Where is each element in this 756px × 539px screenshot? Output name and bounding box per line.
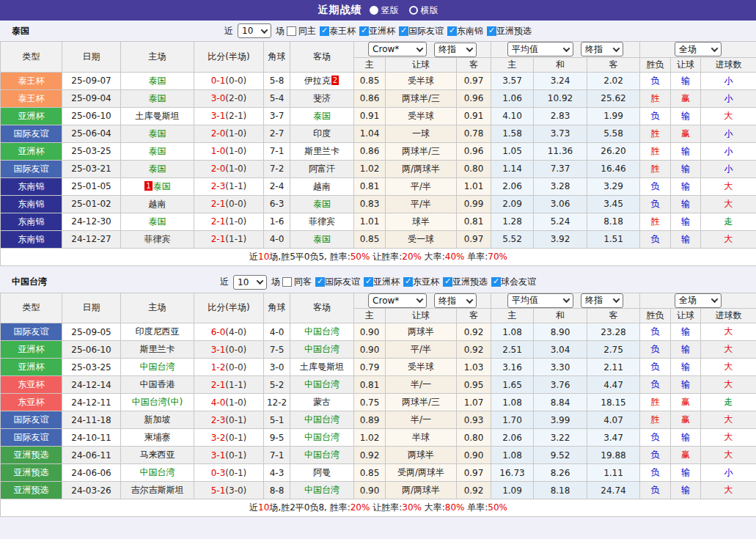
away-team: 阿富汗: [290, 160, 354, 177]
result-handicap: 输: [671, 482, 701, 499]
scope-select[interactable]: 全场: [675, 42, 722, 56]
result-handicap: 赢: [671, 89, 701, 107]
team-name: 中国台湾: [12, 276, 47, 288]
league-checkbox[interactable]: [359, 26, 369, 36]
avg-source-select[interactable]: 平均值: [507, 42, 573, 56]
avg-away: 1.51: [587, 230, 640, 248]
league-filter-item: 亚洲杯: [364, 276, 400, 288]
avg-away: 19.88: [587, 447, 640, 464]
result-handicap: 输: [671, 195, 701, 213]
match-date: 25-03-21: [62, 160, 121, 177]
league-checkbox[interactable]: [447, 26, 457, 36]
avg-home: 1.08: [491, 447, 534, 464]
odds-source-select[interactable]: Crow*: [368, 293, 427, 308]
corner-score: 12-2: [264, 394, 290, 411]
corner-score: 2-7: [264, 125, 290, 142]
avg-home: 2.51: [491, 341, 534, 359]
match-date: 24-11-18: [62, 411, 121, 429]
result-win-lose: 负: [640, 429, 671, 447]
league-filter-item: 东南锦: [447, 25, 483, 37]
match-count-select[interactable]: 10: [238, 23, 271, 38]
away-odds: 0.81: [457, 213, 491, 230]
match-row: 亚洲杯25-03-25中国台湾1-2(0-0)3-0土库曼斯坦0.79受半球1.…: [1, 359, 756, 376]
match-row: 国际友谊24-11-18新加坡2-3(0-1)5-1中国台湾0.89半/一0.9…: [1, 411, 756, 429]
radio-unselected-icon[interactable]: [409, 6, 418, 15]
col-home: 主场: [121, 293, 194, 323]
summary-text: 大率:: [422, 252, 445, 262]
result-win-lose: 负: [640, 195, 671, 213]
same-away-checkbox[interactable]: [282, 277, 292, 287]
vertical-layout-option[interactable]: 竖版: [370, 4, 399, 17]
result-win-lose: 负: [640, 323, 671, 341]
home-odds: 1.01: [354, 213, 386, 230]
match-row: 东南锦25-01-051泰国2-3(1-1)2-4越南0.81平/半1.012.…: [1, 177, 756, 195]
vertical-layout-label: 竖版: [381, 4, 399, 17]
result-goals: 大: [701, 323, 756, 341]
result-handicap: 输: [671, 359, 701, 376]
away-odds: 0.96: [457, 142, 491, 160]
league-checkbox[interactable]: [443, 277, 452, 287]
home-team: 泰国: [121, 125, 194, 142]
result-win-lose: 负: [640, 376, 671, 394]
table-header-row: 类型 日期 主场 比分(半场) 角球 客场 Crow* 终指 平均值 终指: [1, 293, 756, 309]
result-goals: 小: [701, 464, 756, 482]
result-win-lose: 胜: [640, 411, 671, 429]
avg-away: 4.47: [587, 376, 640, 394]
league-checkbox[interactable]: [403, 277, 413, 287]
avg-final-select[interactable]: 终指: [581, 42, 623, 56]
league-badge: 亚洲杯: [1, 107, 62, 125]
match-row: 泰王杯25-09-07泰国0-1(0-0)5-8伊拉克20.85受半球0.973…: [1, 72, 756, 89]
odds-group-header: Crow* 终指: [354, 42, 491, 58]
result-goals: 小: [701, 125, 756, 142]
league-checkbox[interactable]: [487, 26, 496, 36]
league-checkbox[interactable]: [320, 26, 329, 36]
result-win-lose: 负: [640, 72, 671, 89]
handicap-line: 平/半: [386, 341, 457, 359]
league-checkbox[interactable]: [491, 277, 501, 287]
handicap-line: 两球半: [386, 323, 457, 341]
same-home-checkbox[interactable]: [287, 26, 296, 36]
away-team: 中国台湾: [290, 447, 354, 464]
league-checkbox[interactable]: [315, 277, 325, 287]
result-handicap: 输: [671, 72, 701, 89]
col-avg-home: 主: [491, 309, 534, 323]
col-goals: 进球数: [701, 57, 756, 72]
summary-text: 近: [249, 252, 258, 262]
avg-draw: 7.37: [534, 160, 587, 177]
odds-final-select[interactable]: 终指: [434, 43, 477, 57]
scope-select[interactable]: 全场: [675, 293, 722, 308]
away-odds: 1.07: [457, 394, 491, 411]
match-score: 5-1(3-0): [194, 482, 264, 499]
corner-score: 3-7: [264, 107, 290, 125]
avg-final-select[interactable]: 终指: [581, 293, 623, 308]
league-checkbox[interactable]: [364, 277, 373, 287]
home-odds: 0.81: [354, 376, 386, 394]
avg-draw: 3.06: [534, 195, 587, 213]
home-odds: 0.85: [354, 72, 386, 89]
match-row: 泰王杯25-09-04泰国3-0(2-0)5-4斐济0.86两球半/三0.961…: [1, 89, 756, 107]
odds-final-select[interactable]: 终指: [434, 293, 477, 308]
match-count-value: 10: [238, 277, 249, 287]
avg-home: 3.57: [491, 72, 534, 89]
avg-source-select[interactable]: 平均值: [507, 293, 573, 308]
horizontal-layout-option[interactable]: 横版: [409, 4, 438, 17]
handicap-line: 两/两球半: [386, 482, 457, 499]
odds-source-select[interactable]: Crow*: [368, 42, 427, 56]
result-handicap: 输: [671, 177, 701, 195]
away-odds: 0.93: [457, 411, 491, 429]
filter-controls: 近 10 场 同客 国际友谊 亚洲杯 东亚杯 亚洲预选 球会友谊: [220, 275, 536, 290]
avg-source-value: 平均值: [512, 43, 538, 56]
col-odds-home: 主: [354, 309, 386, 323]
away-team: 中国台湾: [290, 341, 354, 359]
match-score: 2-0(1-0): [194, 160, 264, 177]
radio-selected-icon[interactable]: [370, 6, 378, 15]
match-score: 0-1(0-0): [194, 72, 264, 89]
away-odds: 0.80: [457, 429, 491, 447]
league-badge: 亚洲杯: [1, 142, 62, 160]
match-score: 0-3(0-1): [194, 464, 264, 482]
away-odds: 0.92: [457, 341, 491, 359]
league-badge: 亚洲杯: [1, 359, 62, 376]
match-count-select[interactable]: 10: [233, 275, 267, 290]
home-team: 泰国: [121, 72, 194, 89]
league-checkbox[interactable]: [399, 26, 408, 36]
